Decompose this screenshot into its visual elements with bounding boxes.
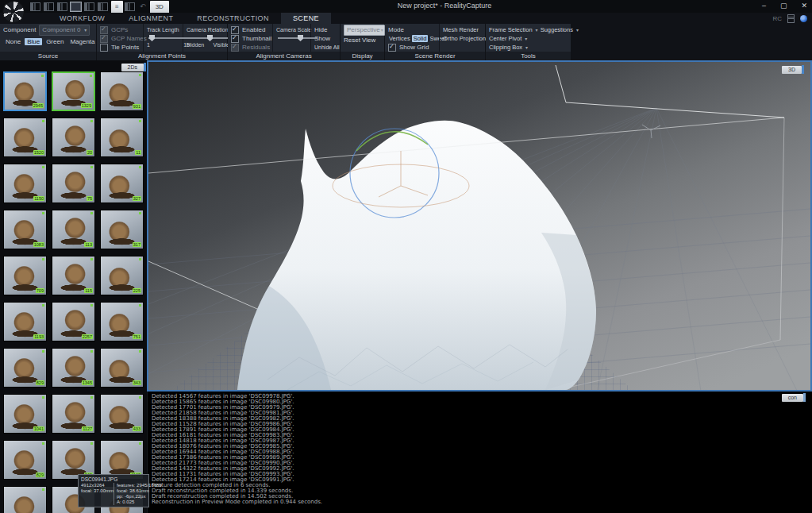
image-thumbnail[interactable]: 751 — [100, 302, 144, 341]
reset-view-button[interactable]: Reset View — [344, 37, 375, 44]
image-thumbnail[interactable]: 225 — [100, 256, 144, 295]
image-thumbnail[interactable]: 1083 — [3, 210, 47, 249]
thumbnail-checkbox[interactable] — [231, 35, 239, 43]
view-tab-extra[interactable]: ≡ — [111, 1, 123, 13]
tab-alignment[interactable]: ALIGNMENT — [117, 13, 185, 24]
layout-preset-icon[interactable] — [30, 2, 40, 11]
enabled-checkbox[interactable] — [231, 26, 239, 34]
camera-status-icon — [90, 304, 93, 307]
hide-button[interactable]: Hide — [314, 26, 327, 33]
image-thumbnail[interactable]: 2257 — [52, 302, 95, 341]
track-length-slider[interactable] — [148, 37, 188, 39]
tie-points-checkbox[interactable] — [100, 44, 108, 52]
image-thumbnail[interactable]: 829 — [3, 440, 47, 480]
layout-preset-icon[interactable] — [71, 2, 81, 11]
image-thumbnail[interactable]: 2945 — [3, 71, 47, 111]
document-icon[interactable] — [787, 14, 795, 23]
residuals-checkbox[interactable] — [231, 44, 239, 52]
camera-status-icon — [139, 212, 141, 214]
layout-preset-icon[interactable] — [57, 2, 67, 11]
tooltip-value: A: 0.025 — [117, 499, 162, 505]
image-thumbnail[interactable]: 931 — [100, 71, 144, 111]
tooltip-value: features: 2945/16689 — [117, 483, 162, 488]
gcps-checkbox[interactable] — [100, 26, 108, 34]
layout-preset-icon[interactable] — [84, 2, 94, 11]
image-thumbnail[interactable]: 1329 — [52, 71, 95, 111]
feature-count-badge: 433 — [133, 426, 141, 431]
render-mode-solid[interactable]: Solid — [412, 35, 429, 42]
camera-status-icon — [139, 396, 141, 399]
camera-status-icon — [42, 396, 44, 399]
tab-scene[interactable]: SCENE — [281, 13, 331, 24]
image-thumbnail[interactable]: 829 — [3, 348, 47, 388]
source-color-magenta[interactable]: Magenta — [67, 38, 97, 45]
image-thumbnail[interactable]: 11 — [100, 118, 144, 157]
image-thumbnail[interactable]: 1127 — [52, 394, 95, 434]
render-mode-vertices[interactable]: Vertices — [388, 35, 411, 42]
section-label-display: Display — [341, 52, 384, 60]
camera-status-icon — [139, 74, 141, 76]
suggestions-button[interactable]: Suggestions — [541, 26, 573, 33]
gcp-names-checkbox[interactable] — [100, 35, 108, 43]
image-thumbnail[interactable]: 537 — [3, 486, 47, 513]
panel-tab-2ds[interactable]: 2Ds — [121, 64, 144, 71]
ribbon-section-alignment-points: GCPs GCP Names Tie Points Track Length 1… — [97, 24, 227, 60]
show-grid-checkbox[interactable] — [388, 44, 396, 52]
view-tab-3d[interactable]: 3D — [150, 1, 169, 13]
section-label-source: Source — [0, 52, 96, 60]
image-thumbnail[interactable]: 433 — [100, 394, 144, 434]
camera-scale-slider[interactable] — [278, 37, 317, 39]
camera-status-icon — [139, 166, 141, 168]
camera-status-icon — [90, 166, 93, 168]
feature-count-badge: 1193 — [33, 334, 44, 339]
feature-count-badge: 115 — [84, 288, 93, 293]
ribbon-section-alignment-cameras: Enabled Thumbnail Residuals Camera Scale… — [228, 24, 340, 60]
feature-count-badge: 1127 — [82, 426, 93, 431]
tab-workflow[interactable]: WORKFLOW — [48, 13, 117, 24]
component-label: Component — [3, 26, 36, 33]
window-close-button[interactable]: ✕ — [801, 0, 807, 12]
unhide-all-button[interactable]: Unhide All — [314, 44, 340, 50]
image-thumbnail[interactable]: 115 — [52, 256, 95, 295]
ribbon-section-scene-render: Mode Vertices Solid Sweet Show Grid Mesh… — [385, 24, 485, 60]
image-thumbnail[interactable]: 75 — [52, 164, 95, 203]
feature-count-badge: 225 — [133, 288, 141, 293]
source-color-blue[interactable]: Blue — [25, 38, 42, 45]
viewport-3d[interactable]: 3D — [147, 60, 812, 392]
layout-preset-icon[interactable] — [44, 2, 54, 11]
component-select[interactable]: Component 0▾ — [39, 25, 90, 36]
camera-status-icon — [42, 166, 44, 168]
image-thumbnail[interactable]: 317 — [100, 210, 144, 249]
window-minimize-button[interactable]: – — [762, 0, 766, 12]
image-thumbnail[interactable]: 709 — [3, 256, 47, 295]
camera-relation-slider[interactable] — [188, 37, 228, 39]
tooltip-value: pp: -6px,22px — [117, 494, 162, 499]
layout-preset-icon[interactable] — [98, 2, 108, 11]
image-thumbnail[interactable]: 1345 — [52, 348, 95, 388]
image-thumbnail[interactable]: 327 — [100, 164, 144, 203]
clipping-box-button[interactable]: Clipping Box — [489, 44, 522, 51]
feature-count-badge: 20 — [87, 150, 93, 155]
image-thumbnail[interactable]: 1520 — [3, 118, 47, 157]
source-color-none[interactable]: None — [3, 38, 23, 45]
mesh-render-button[interactable]: Mesh Render — [443, 26, 479, 33]
panel-tab-3d[interactable]: 3D — [782, 66, 802, 74]
panel-tab-console[interactable]: con — [782, 394, 803, 402]
rc-badge: RC — [772, 15, 782, 22]
tab-reconstruction[interactable]: RECONSTRUCTION — [185, 13, 281, 24]
center-pivot-button[interactable]: Center Pivot — [489, 35, 521, 42]
feature-count-badge: 1150 — [33, 196, 44, 201]
projection-select[interactable]: Perspective▾ — [344, 25, 385, 36]
image-thumbnail[interactable]: 20 — [52, 118, 95, 157]
frame-selection-button[interactable]: Frame Selection — [489, 26, 533, 33]
image-thumbnail[interactable]: 1193 — [3, 302, 47, 341]
ortho-projection-button[interactable]: Ortho Projection — [443, 35, 486, 42]
image-thumbnail[interactable]: 1150 — [3, 164, 47, 203]
image-thumbnail[interactable]: 343 — [100, 348, 144, 388]
window-maximize-button[interactable]: ▢ — [780, 0, 787, 12]
image-thumbnail[interactable]: 1041 — [3, 394, 47, 434]
image-thumbnail[interactable]: 113 — [52, 210, 95, 249]
source-color-green[interactable]: Green — [44, 38, 66, 45]
thumbnail-grid: 2945132993115202011115075327108311331770… — [3, 71, 144, 513]
globe-icon[interactable] — [800, 15, 807, 22]
